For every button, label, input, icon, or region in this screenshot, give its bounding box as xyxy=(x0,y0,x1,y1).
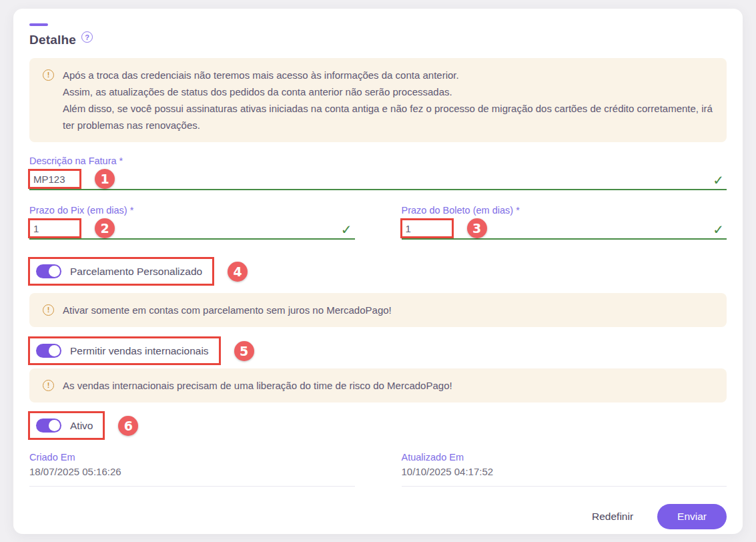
warning-line: Assim, as atualizações de status dos ped… xyxy=(63,83,713,100)
invoice-description-field: Descrição na Fatura * 1 ✓ xyxy=(29,156,727,190)
created-at-value: 18/07/2025 05:16:26 xyxy=(29,466,355,477)
created-at-field: Criado Em 18/07/2025 05:16:26 xyxy=(29,452,355,487)
international-sales-toggle[interactable] xyxy=(36,344,61,358)
installments-warning-text: Ativar somente em contas com parcelament… xyxy=(63,302,392,318)
toggle-knob xyxy=(49,266,60,277)
international-warning-text: As vendas internacionais precisam de uma… xyxy=(63,377,452,394)
custom-installments-label: Parcelamento Personalizado xyxy=(70,266,202,278)
pix-deadline-input[interactable] xyxy=(29,220,80,237)
credentials-warning-text: Após a troca das credenciais não teremos… xyxy=(63,67,713,133)
valid-check-icon: ✓ xyxy=(713,223,724,236)
valid-check-icon: ✓ xyxy=(713,174,724,187)
created-at-label: Criado Em xyxy=(29,452,355,463)
toggle-knob xyxy=(49,345,60,356)
updated-at-field: Atualizado Em 10/10/2025 04:17:52 xyxy=(402,452,727,487)
pix-deadline-label: Prazo do Pix (em dias) * xyxy=(29,205,355,216)
installments-warning-alert: ! Ativar somente em contas com parcelame… xyxy=(29,293,727,327)
international-warning-alert: ! As vendas internacionais precisam de u… xyxy=(29,368,727,402)
valid-check-icon: ✓ xyxy=(341,223,352,236)
custom-installments-toggle[interactable] xyxy=(36,264,61,278)
boleto-deadline-input[interactable] xyxy=(402,220,452,237)
annotation-badge-5: 5 xyxy=(234,341,254,361)
warning-line: Após a troca das credenciais não teremos… xyxy=(63,67,713,83)
boleto-deadline-label: Prazo do Boleto (em dias) * xyxy=(402,205,727,216)
international-sales-label: Permitir vendas internacionais xyxy=(70,345,209,357)
annotation-badge-3: 3 xyxy=(467,218,487,238)
active-toggle[interactable] xyxy=(36,419,61,433)
submit-button[interactable]: Enviar xyxy=(657,504,727,529)
toggle-knob xyxy=(49,420,60,431)
annotation-badge-2: 2 xyxy=(95,218,115,238)
help-icon[interactable]: ? xyxy=(81,31,93,43)
annotation-badge-1: 1 xyxy=(95,169,115,189)
active-label: Ativo xyxy=(70,420,93,432)
panel-header: Detalhe ? xyxy=(29,33,727,47)
page-title: Detalhe xyxy=(29,33,76,47)
updated-at-label: Atualizado Em xyxy=(402,452,727,463)
warning-icon: ! xyxy=(43,304,54,316)
annotation-badge-4: 4 xyxy=(228,262,248,282)
warning-icon: ! xyxy=(43,69,54,81)
invoice-description-label: Descrição na Fatura * xyxy=(29,156,727,166)
warning-line: Além disso, se você possui assinaturas a… xyxy=(63,100,713,133)
credentials-warning-alert: ! Após a troca das credenciais não terem… xyxy=(29,58,727,142)
boleto-deadline-field: Prazo do Boleto (em dias) * 3 ✓ xyxy=(402,205,727,240)
accent-dash-icon xyxy=(29,23,48,26)
invoice-description-input[interactable] xyxy=(29,170,80,188)
warning-icon: ! xyxy=(43,380,54,391)
form-actions: Redefinir Enviar xyxy=(29,504,727,529)
pix-deadline-field: Prazo do Pix (em dias) * 2 ✓ xyxy=(29,205,355,240)
detail-panel: Detalhe ? ! Após a troca das credenciais… xyxy=(13,9,743,534)
reset-button[interactable]: Redefinir xyxy=(592,511,633,523)
annotation-badge-6: 6 xyxy=(118,416,138,436)
updated-at-value: 10/10/2025 04:17:52 xyxy=(402,466,727,477)
